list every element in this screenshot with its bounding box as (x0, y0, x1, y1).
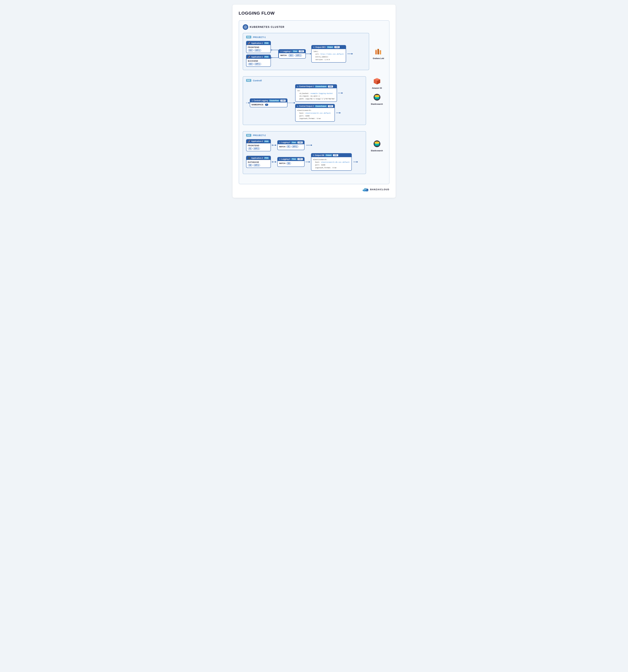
amazon-s3-label: Amazon S3 (372, 87, 382, 89)
logging2-tag-fe: FE (286, 145, 291, 148)
logging2-header: ◇ Logging-2 Flow CRD (278, 141, 304, 144)
elasticsearch1-icon: e (372, 92, 382, 102)
page-container: LOGGING FLOW KUBERNETES CLUSTER (233, 5, 396, 198)
loki-url-link[interactable]: http://loki.svc.default (321, 53, 344, 55)
arrow-central-to-outputs (294, 102, 295, 104)
dot-backend (271, 57, 272, 58)
logging1-title: Logging-1 (282, 50, 292, 52)
output-dev-line4: version: 1.0.0 (313, 58, 344, 61)
app2-frontend-pod: 🚀 Application-2 POD FRONTEND FE APP-2 (246, 139, 271, 151)
output-dev-node: ◇ Output-DEV Output CRD loki: url: http:… (311, 45, 346, 63)
project2-external-services: e Elasticsearch (369, 139, 386, 152)
es-host-link[interactable]: elasticsearch.svc.default (305, 112, 331, 114)
co1-badge-co: ClusterOutput (315, 86, 327, 88)
app1-frontend-pod: 🚀 Application-1 POD FRONTEND DEV APP-1 (246, 41, 271, 53)
app1-backend-body: BACKEND DEV APP-1 (247, 59, 271, 67)
grafana-loki-label: Grafana Loki (373, 57, 384, 59)
arrow-into-central (249, 102, 250, 104)
central-output-2-body: elasticsearch: host: elasticsearch.svc.d… (296, 108, 334, 121)
output-dev-badge-output: Output (327, 46, 333, 48)
namespace-project1: NS PROJECT-1 🚀 Application-1 (243, 33, 369, 70)
svg-text:e: e (376, 143, 377, 145)
elasticsearch2-service: e Elasticsearch (370, 139, 384, 152)
output-dev-line2: url: http://loki.svc.default (313, 53, 344, 56)
co1-line1: s3: (297, 90, 335, 92)
app1-backend-tags: DEV APP-1 (248, 63, 269, 65)
s3-bucket-link[interactable]: example-logging-bucket (310, 93, 333, 94)
banzai-brand: BANZAICLOUD (370, 188, 390, 191)
ns-label-project2: PROJECT-2 (253, 134, 265, 137)
svg-rect-10 (375, 50, 377, 54)
central-logging-node: ◇ Central-Logging ClusterFlow CRD NAMESP… (250, 98, 287, 107)
svg-line-7 (246, 26, 247, 26)
ns-project2-header: NS PROJECT-2 (246, 134, 363, 137)
app1-frontend-body: FRONTEND DEV APP-1 (247, 45, 271, 53)
outputdb-line3: port: 9200 (313, 164, 350, 167)
page-title: LOGGING FLOW (239, 11, 390, 16)
kubernetes-cluster: KUBERNETES CLUSTER NS PROJECT-1 (239, 20, 390, 184)
svg-point-32 (364, 188, 367, 190)
svg-line-5 (245, 26, 245, 26)
namespace-project2-wrapper: NS PROJECT-2 🚀 Application-2 POD (243, 131, 366, 177)
logging3-header: ◇ Logging-3 Flow CRD (278, 157, 304, 161)
svg-rect-11 (377, 49, 379, 54)
svg-text:e: e (376, 97, 377, 98)
logging1-node: ◇ Logging-1 Flow CRD MATCH: DEV (279, 49, 306, 58)
banzai-logo: BANZAICLOUD (362, 187, 390, 192)
logging2-badge-flow: Flow (291, 142, 297, 143)
arrow-app2-db-to-logging3 (275, 161, 276, 163)
central-output-2-node: ◇ Central-Output-2 ClusterOutput CRD ela… (295, 104, 335, 121)
svg-rect-12 (379, 51, 381, 54)
app1-frontend-tags: DEV APP-1 (248, 49, 269, 51)
ns-badge-project1: NS (246, 36, 252, 39)
app2-database-tags: DB APP-2 (248, 164, 269, 166)
output-dev-body: loki: url: http://loki.svc.default extra… (311, 49, 346, 62)
logging2-match: MATCH: FE APP-2 (279, 145, 303, 148)
co1-badge-crd: CRD (328, 86, 333, 88)
svg-line-8 (245, 28, 245, 28)
arrow-logging3-to-outputdb (309, 161, 310, 163)
logging3-tag-db: DB (286, 162, 291, 165)
arrow-app2-fe-to-logging2 (275, 144, 276, 146)
co1-line2: s3_bucket: example-logging-bucket (297, 92, 335, 95)
output-dev-title: Output-DEV (315, 46, 326, 48)
svg-line-6 (246, 28, 247, 28)
co1-line3: s3_region: eu-west-1 (297, 95, 335, 98)
app1-backend-pod: 🚀 Application-1 POD BACKEND DEV APP-1 (246, 54, 271, 67)
logging3-match: MATCH: DB (279, 162, 303, 165)
app2-database-pod: 🗄️ Application-2 POD DATABASE DB APP-2 (246, 156, 271, 168)
output-db-badge-output: Output (325, 154, 332, 156)
elasticsearch1-service: e Elasticsearch (370, 92, 384, 105)
app2-frontend-name: FRONTEND (248, 145, 269, 147)
logging1-tag-dev: DEV (288, 54, 294, 56)
app2-frontend-body: FRONTEND FE APP-2 (247, 143, 271, 151)
app2-frontend-pod-badge: POD (264, 140, 269, 142)
arrow-co1-to-s3 (342, 92, 343, 94)
logging3-node: ◇ Logging-3 Flow CRD MATCH: DB (277, 157, 304, 167)
namespace-control: NS Controll ◇ Central-Lo (243, 76, 366, 125)
logging1-body: MATCH: DEV APP-1 (279, 53, 305, 58)
app1-frontend-name: FRONTEND (248, 46, 269, 48)
diamond-icon-co1: ◇ (297, 86, 298, 88)
logging3-title: Logging-3 (281, 158, 290, 160)
central-output-1-node: ◇ Central-Output-1 ClusterOutput CRD s3:… (295, 84, 337, 102)
central-output-2-header: ◇ Central-Output-2 ClusterOutput CRD (296, 104, 334, 108)
namespace-control-wrapper: NS Controll ◇ Central-Lo (243, 76, 366, 128)
diamond-icon-outputdb: ◇ (313, 154, 314, 156)
co2-badge-co: ClusterOutput (315, 105, 327, 107)
db-icon-1: 🗄️ (248, 157, 250, 159)
central-logging-badge-clusterflow: ClusterFlow (269, 100, 279, 102)
logging2-title: Logging-2 (281, 141, 290, 143)
outputdb-line1: elasticsearch: (313, 159, 350, 161)
app1-backend-title: Application-1 (251, 56, 263, 58)
project1-pods: 🚀 Application-1 POD FRONTEND DEV APP-1 (246, 41, 271, 67)
logging2-node: ◇ Logging-2 Flow CRD MATCH: FE AP (277, 140, 304, 150)
ns-project1-header: NS PROJECT-1 (246, 36, 366, 39)
esdb-host-link[interactable]: elasticsearch-db.svc.default (321, 161, 350, 163)
app2-database-header: 🗄️ Application-2 POD (247, 156, 271, 160)
arrow-logging1-to-output (310, 53, 311, 54)
svg-rect-13 (375, 49, 377, 50)
co2-line1: elasticsearch: (297, 109, 333, 112)
elasticsearch2-label: Elasticsearch (371, 150, 383, 152)
output-dev-line3: extra_labels: (313, 56, 344, 58)
